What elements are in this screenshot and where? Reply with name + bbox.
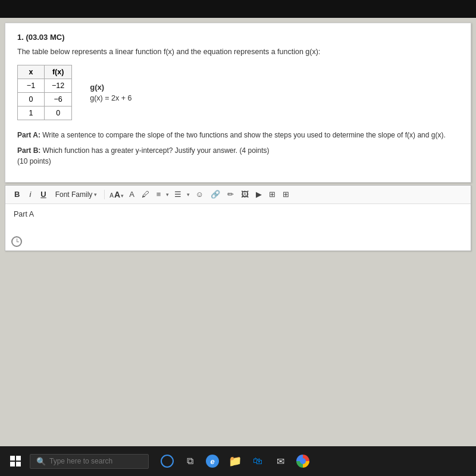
image-icon[interactable]: 🖼 bbox=[239, 189, 250, 199]
table-row: 0 −6 bbox=[18, 92, 72, 106]
table-icon[interactable]: ⊞ bbox=[281, 189, 291, 199]
cortana-button[interactable] bbox=[157, 451, 177, 471]
list-chevron-icon: ▾ bbox=[187, 192, 190, 198]
table-cell: 0 bbox=[18, 92, 45, 106]
part-b-instruction: Part B: Which function has a greater y-i… bbox=[17, 146, 459, 155]
chrome-button[interactable] bbox=[293, 451, 313, 471]
font-family-label: Font Family bbox=[55, 190, 93, 199]
file-explorer-button[interactable]: 📁 bbox=[225, 451, 245, 471]
table-row: 1 0 bbox=[18, 106, 72, 120]
part-b-label: Part B: bbox=[17, 146, 40, 155]
bold-button[interactable]: B bbox=[11, 189, 23, 199]
toolbar-divider-1 bbox=[104, 190, 105, 199]
gx-label: g(x) bbox=[90, 83, 131, 92]
screen: 1. (03.03 MC) The table below represents… bbox=[0, 18, 476, 446]
question-paper: 1. (03.03 MC) The table below represents… bbox=[5, 23, 471, 183]
chrome-inner bbox=[300, 458, 306, 464]
part-a-instruction: Part A: Write a sentence to compare the … bbox=[17, 130, 459, 140]
underline-button[interactable]: U bbox=[37, 189, 49, 199]
taskbar-search[interactable]: 🔍 bbox=[30, 454, 149, 469]
edge-button[interactable]: e bbox=[202, 451, 223, 471]
editor-footer bbox=[5, 234, 471, 250]
font-family-chevron-icon: ▾ bbox=[94, 192, 97, 198]
expand-icon[interactable]: ⊞ bbox=[267, 189, 277, 199]
italic-button[interactable]: i bbox=[26, 189, 34, 199]
windows-start-button[interactable] bbox=[5, 450, 26, 472]
points-label: (10 points) bbox=[17, 157, 459, 165]
table-cell: 1 bbox=[18, 106, 45, 120]
editor-content[interactable]: Part A bbox=[5, 204, 471, 234]
table-header-fx: f(x) bbox=[45, 65, 72, 79]
question-intro: The table below represents a linear func… bbox=[17, 46, 459, 58]
function-table: x f(x) −1 −12 0 −6 1 0 bbox=[17, 65, 72, 120]
store-button[interactable]: 🛍 bbox=[248, 451, 268, 471]
store-icon: 🛍 bbox=[253, 456, 262, 466]
font-size-large-icon: A bbox=[114, 190, 120, 199]
edge-icon: e bbox=[206, 455, 219, 468]
cortana-icon bbox=[161, 455, 174, 468]
folder-icon: 📁 bbox=[228, 455, 242, 468]
font-family-dropdown[interactable]: Font Family ▾ bbox=[53, 189, 100, 200]
table-function-container: x f(x) −1 −12 0 −6 1 0 bbox=[17, 65, 459, 120]
table-cell: −1 bbox=[18, 79, 45, 92]
timer-icon[interactable] bbox=[11, 236, 22, 247]
table-cell: −6 bbox=[45, 92, 72, 106]
search-icon: 🔍 bbox=[36, 457, 46, 466]
text-color-icon[interactable]: A bbox=[127, 189, 136, 199]
task-view-icon: ⧉ bbox=[187, 456, 193, 466]
table-cell: −12 bbox=[45, 79, 72, 92]
chrome-icon bbox=[296, 455, 309, 468]
windows-logo-icon bbox=[10, 456, 21, 466]
task-view-button[interactable]: ⧉ bbox=[180, 451, 200, 471]
gx-container: g(x) g(x) = 2x + 6 bbox=[90, 83, 131, 102]
table-row: −1 −12 bbox=[18, 79, 72, 92]
emoji-icon[interactable]: ☺ bbox=[193, 189, 205, 199]
table-header-x: x bbox=[18, 65, 45, 79]
font-size-button[interactable]: A A ▾ bbox=[109, 190, 124, 199]
editor-text: Part A bbox=[14, 210, 34, 218]
table-cell: 0 bbox=[45, 106, 72, 120]
pencil-icon[interactable]: ✏ bbox=[226, 189, 236, 199]
align-chevron-icon: ▾ bbox=[166, 192, 169, 198]
font-size-chevron-icon: ▾ bbox=[121, 193, 124, 199]
part-b-detail: Which function has a greater y-intercept… bbox=[40, 146, 269, 155]
mail-icon: ✉ bbox=[277, 456, 284, 467]
video-icon[interactable]: ▶ bbox=[254, 189, 264, 199]
editor-toolbar: B i U Font Family ▾ A A ▾ A 🖊 ≡ ▾ ☰ ▾ ☺ … bbox=[5, 186, 471, 204]
taskbar: 🔍 ⧉ e 📁 🛍 ✉ bbox=[0, 446, 476, 476]
question-number: 1. (03.03 MC) bbox=[17, 33, 459, 42]
highlight-icon[interactable]: 🖊 bbox=[140, 189, 151, 199]
mail-button[interactable]: ✉ bbox=[270, 451, 290, 471]
link-icon[interactable]: 🔗 bbox=[209, 189, 222, 199]
align-left-icon[interactable]: ≡ bbox=[155, 189, 163, 199]
search-input[interactable] bbox=[49, 457, 133, 465]
gx-equation: g(x) = 2x + 6 bbox=[90, 94, 131, 102]
part-a-detail: Write a sentence to compare the slope of… bbox=[40, 131, 446, 139]
list-icon[interactable]: ☰ bbox=[173, 189, 183, 199]
part-a-label: Part A: bbox=[17, 131, 40, 139]
font-size-small-icon: A bbox=[109, 192, 114, 199]
top-border bbox=[0, 0, 476, 18]
text-editor[interactable]: B i U Font Family ▾ A A ▾ A 🖊 ≡ ▾ ☰ ▾ ☺ … bbox=[5, 185, 471, 251]
taskbar-icons: ⧉ e 📁 🛍 ✉ bbox=[157, 451, 313, 471]
